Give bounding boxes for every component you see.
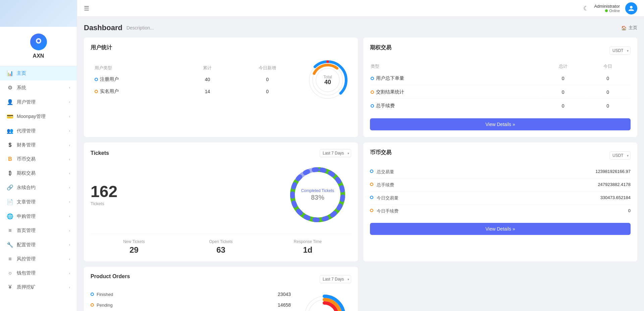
options-row1-total: 0 — [541, 72, 585, 85]
sidebar-label-futures: 期权交易 — [17, 170, 69, 176]
coin-trading-title: 币币交易 — [370, 149, 391, 156]
avatar[interactable] — [625, 2, 637, 14]
svg-text:Completed Tickets: Completed Tickets — [301, 188, 334, 193]
tickets-filter-wrapper: Last 7 Days — [320, 149, 351, 157]
chevron-right-icon-4: ‹ — [69, 129, 70, 133]
order-row-pending: Pending 14658 — [91, 300, 291, 310]
admin-info: Administrator Online — [594, 4, 620, 13]
sidebar-item-agent[interactable]: 👥 代理管理 ‹ — [0, 124, 77, 138]
product-orders-list: Finished 23043 Pending 14658 Rejected — [91, 289, 291, 311]
futures-icon: ₿ — [7, 170, 13, 176]
dot-icon — [91, 293, 94, 296]
sidebar-label-home-mgmt: 首页管理 — [17, 228, 69, 234]
sidebar-item-moonpay[interactable]: 💳 Moonpay管理 ‹ — [0, 109, 77, 124]
new-tickets-label: New Tickets — [91, 239, 177, 244]
product-orders-filter-wrapper: Last 7 Days — [320, 275, 351, 283]
coin-currency-select[interactable]: USDT — [609, 151, 631, 160]
sidebar-label-home: 主页 — [17, 70, 70, 76]
user-stats-content: 用户类型 累计 今日新增 — [91, 57, 351, 104]
sidebar-item-home[interactable]: 📊 主页 — [0, 66, 77, 80]
tickets-filter-select[interactable]: Last 7 Days — [320, 149, 351, 157]
chevron-right-icon-8: ‹ — [69, 186, 70, 189]
order-row-finished: Finished 23043 — [91, 289, 291, 300]
new-tickets-value: 29 — [91, 245, 177, 255]
sidebar-item-coin-trade[interactable]: B 币币交易 ‹ — [0, 152, 77, 166]
sidebar: AXN 📊 主页 ⚙ 系统 ‹ 👤 用户管理 ‹ 💳 Moonpay管理 ‹ — [0, 0, 77, 311]
home-icon: 📊 — [7, 70, 13, 76]
real-total: 14 — [184, 86, 231, 97]
user-icon: 👤 — [7, 99, 13, 105]
sidebar-item-finance[interactable]: $ 财务管理 ‹ — [0, 138, 77, 152]
chevron-right-icon-15: ‹ — [69, 286, 70, 289]
real-user-label: 实名用户 — [95, 88, 119, 95]
options-view-details-button[interactable]: View Details » — [370, 118, 631, 130]
new-tickets-stat: New Tickets 29 — [91, 239, 177, 255]
options-row3-label: 总手续费 — [371, 103, 395, 109]
svg-text:83%: 83% — [311, 194, 324, 201]
options-row2-label: 交割结果统计 — [371, 89, 404, 95]
options-row3-total: 0 — [541, 100, 585, 112]
sidebar-item-ipo[interactable]: 🌐 申购管理 ‹ — [0, 209, 77, 224]
chevron-right-icon: ‹ — [69, 86, 70, 89]
dot-icon — [371, 77, 374, 80]
sidebar-item-futures[interactable]: ₿ 期权交易 ‹ — [0, 166, 77, 180]
chevron-right-icon-12: ‹ — [69, 243, 70, 247]
coin-trading-rows: 总交易量 123981926166.97 总手续费 247923882.4178… — [370, 166, 631, 217]
options-row1-label: 用户总下单量 — [371, 75, 404, 81]
options-trading-table: 类型 总计 今日 用户总下单量 — [370, 61, 631, 113]
sidebar-decoration — [0, 0, 77, 27]
coin-trade-value-4: 0 — [628, 208, 631, 213]
registered-total: 40 — [184, 74, 231, 85]
sidebar-item-system[interactable]: ⚙ 系统 ‹ — [0, 80, 77, 95]
logo-icon — [30, 34, 47, 50]
main-area: ☰ ☾ Administrator Online — [77, 0, 644, 311]
article-icon: 📄 — [7, 199, 13, 205]
sidebar-item-pledge[interactable]: ¥ 质押挖矿 ‹ — [0, 280, 77, 294]
coin-view-details-button[interactable]: View Details » — [370, 223, 631, 235]
user-stats-table-area: 用户类型 累计 今日新增 — [91, 62, 304, 98]
options-currency-select[interactable]: USDT — [609, 47, 631, 55]
coin-trade-label-2: 总手续费 — [377, 182, 594, 188]
sidebar-label-coin-trade: 币币交易 — [17, 156, 69, 162]
chevron-right-icon-10: ‹ — [69, 214, 70, 218]
sidebar-item-user-mgmt[interactable]: 👤 用户管理 ‹ — [0, 95, 77, 109]
product-orders-chart: Total 344 — [298, 289, 351, 311]
product-orders-body: Finished 23043 Pending 14658 Rejected — [91, 289, 351, 311]
dot-icon — [371, 104, 374, 108]
product-orders-filter-select[interactable]: Last 7 Days — [320, 275, 351, 283]
options-col-total: 总计 — [541, 61, 585, 71]
home-breadcrumb-icon: 🏠 — [621, 25, 627, 30]
sidebar-item-home-mgmt[interactable]: ≡ 首页管理 ‹ — [0, 224, 77, 238]
dot-icon — [370, 183, 373, 186]
sidebar-logo: AXN — [0, 27, 77, 66]
sidebar-label-moonpay: Moonpay管理 — [17, 114, 69, 120]
options-row3-today: 0 — [586, 100, 630, 112]
sidebar-label-finance: 财务管理 — [17, 142, 69, 148]
dot-icon — [370, 170, 373, 173]
dashboard-content: Dashboard Description... 🏠 主页 用户统计 — [77, 17, 644, 311]
perpetual-icon: 🔗 — [7, 184, 13, 191]
svg-point-1 — [37, 40, 40, 42]
sidebar-item-perpetual[interactable]: 🔗 永续合约 ‹ — [0, 180, 77, 195]
options-trading-header: 期权交易 USDT — [370, 44, 631, 57]
sidebar-item-wallet[interactable]: ○ 钱包管理 ‹ — [0, 266, 77, 280]
table-row: 注册用户 40 0 — [91, 74, 304, 85]
tickets-title: Tickets — [91, 150, 109, 156]
sidebar-item-config[interactable]: 🔧 配置管理 ‹ — [0, 238, 77, 252]
response-time-stat: Response Time 1d — [264, 239, 351, 255]
coin-trade-label-1: 总交易量 — [377, 169, 592, 175]
sidebar-item-article[interactable]: 📄 文章管理 ‹ — [0, 195, 77, 209]
options-row1-today: 0 — [586, 72, 630, 85]
home-breadcrumb[interactable]: 🏠 主页 — [621, 25, 637, 31]
options-trading-title: 期权交易 — [370, 44, 391, 51]
registered-today: 0 — [231, 74, 304, 85]
sidebar-item-risk[interactable]: ≡ 风控管理 ‹ — [0, 252, 77, 266]
dark-mode-icon[interactable]: ☾ — [583, 5, 589, 12]
coin-trade-row-1: 总交易量 123981926166.97 — [370, 166, 631, 179]
chevron-right-icon-5: ‹ — [69, 143, 70, 147]
admin-name: Administrator — [594, 4, 620, 9]
dot-icon — [370, 196, 373, 199]
topbar-right: ☾ Administrator Online — [583, 2, 637, 14]
menu-toggle-icon[interactable]: ☰ — [84, 5, 89, 12]
orange-dot-icon — [95, 90, 98, 93]
